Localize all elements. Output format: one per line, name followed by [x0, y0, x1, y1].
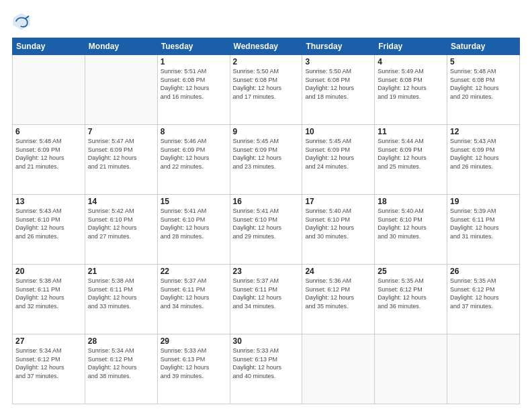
day-number: 30	[233, 336, 300, 346]
week-row-5: 27Sunrise: 5:34 AM Sunset: 6:12 PM Dayli…	[13, 334, 520, 404]
calendar-cell: 16Sunrise: 5:41 AM Sunset: 6:10 PM Dayli…	[230, 195, 302, 265]
day-info: Sunrise: 5:35 AM Sunset: 6:12 PM Dayligh…	[378, 277, 444, 310]
day-info: Sunrise: 5:44 AM Sunset: 6:09 PM Dayligh…	[378, 137, 444, 171]
day-number: 5	[450, 57, 517, 66]
day-number: 3	[305, 57, 371, 66]
day-info: Sunrise: 5:42 AM Sunset: 6:10 PM Dayligh…	[88, 207, 154, 240]
calendar-cell: 24Sunrise: 5:36 AM Sunset: 6:12 PM Dayli…	[302, 265, 375, 334]
day-number: 14	[88, 197, 154, 206]
day-info: Sunrise: 5:43 AM Sunset: 6:09 PM Dayligh…	[450, 137, 517, 171]
weekday-header-friday: Friday	[375, 38, 447, 55]
day-info: Sunrise: 5:43 AM Sunset: 6:10 PM Dayligh…	[15, 207, 82, 240]
day-info: Sunrise: 5:51 AM Sunset: 6:08 PM Dayligh…	[161, 67, 227, 101]
calendar-cell: 9Sunrise: 5:45 AM Sunset: 6:09 PM Daylig…	[230, 125, 302, 195]
weekday-header-saturday: Saturday	[447, 38, 520, 55]
calendar-cell: 3Sunrise: 5:50 AM Sunset: 6:08 PM Daylig…	[302, 55, 375, 125]
day-number: 11	[378, 127, 444, 136]
day-number: 12	[450, 127, 517, 136]
weekday-header-row: SundayMondayTuesdayWednesdayThursdayFrid…	[13, 38, 520, 55]
calendar-cell: 23Sunrise: 5:37 AM Sunset: 6:11 PM Dayli…	[230, 265, 302, 334]
day-number: 4	[378, 57, 444, 66]
calendar-cell: 22Sunrise: 5:37 AM Sunset: 6:11 PM Dayli…	[157, 265, 230, 334]
day-info: Sunrise: 5:50 AM Sunset: 6:08 PM Dayligh…	[305, 67, 371, 101]
day-number: 6	[15, 127, 82, 136]
calendar-cell: 10Sunrise: 5:45 AM Sunset: 6:09 PM Dayli…	[302, 125, 375, 195]
weekday-header-monday: Monday	[85, 38, 157, 55]
calendar-cell: 2Sunrise: 5:50 AM Sunset: 6:08 PM Daylig…	[230, 55, 302, 125]
calendar-cell: 12Sunrise: 5:43 AM Sunset: 6:09 PM Dayli…	[447, 125, 520, 195]
day-number: 27	[15, 336, 82, 346]
calendar-cell: 18Sunrise: 5:40 AM Sunset: 6:10 PM Dayli…	[375, 195, 447, 265]
calendar-cell: 8Sunrise: 5:46 AM Sunset: 6:09 PM Daylig…	[157, 125, 230, 195]
calendar-cell: 29Sunrise: 5:33 AM Sunset: 6:13 PM Dayli…	[157, 334, 230, 404]
calendar-cell: 6Sunrise: 5:48 AM Sunset: 6:09 PM Daylig…	[13, 125, 85, 195]
day-number: 13	[15, 197, 82, 206]
calendar-cell: 28Sunrise: 5:34 AM Sunset: 6:12 PM Dayli…	[85, 334, 157, 404]
calendar-cell: 27Sunrise: 5:34 AM Sunset: 6:12 PM Dayli…	[13, 334, 85, 404]
calendar-cell: 25Sunrise: 5:35 AM Sunset: 6:12 PM Dayli…	[375, 265, 447, 334]
day-info: Sunrise: 5:33 AM Sunset: 6:13 PM Dayligh…	[233, 347, 300, 380]
calendar-cell: 14Sunrise: 5:42 AM Sunset: 6:10 PM Dayli…	[85, 195, 157, 265]
calendar-cell	[447, 334, 520, 404]
week-row-1: 1Sunrise: 5:51 AM Sunset: 6:08 PM Daylig…	[13, 55, 520, 125]
day-number: 19	[450, 197, 517, 206]
day-info: Sunrise: 5:41 AM Sunset: 6:10 PM Dayligh…	[233, 207, 300, 240]
day-number: 10	[305, 127, 371, 136]
day-info: Sunrise: 5:48 AM Sunset: 6:09 PM Dayligh…	[15, 137, 82, 171]
day-info: Sunrise: 5:34 AM Sunset: 6:12 PM Dayligh…	[15, 347, 82, 380]
day-info: Sunrise: 5:46 AM Sunset: 6:09 PM Dayligh…	[161, 137, 227, 171]
logo-icon	[12, 12, 31, 31]
day-info: Sunrise: 5:45 AM Sunset: 6:09 PM Dayligh…	[233, 137, 300, 171]
day-number: 21	[88, 267, 154, 276]
day-number: 15	[161, 197, 227, 206]
day-number: 1	[161, 57, 227, 66]
calendar-cell: 20Sunrise: 5:38 AM Sunset: 6:11 PM Dayli…	[13, 265, 85, 334]
calendar-table: SundayMondayTuesdayWednesdayThursdayFrid…	[12, 38, 520, 404]
day-number: 17	[305, 197, 371, 206]
week-row-2: 6Sunrise: 5:48 AM Sunset: 6:09 PM Daylig…	[13, 125, 520, 195]
day-number: 28	[88, 336, 154, 346]
day-number: 7	[88, 127, 154, 136]
day-info: Sunrise: 5:40 AM Sunset: 6:10 PM Dayligh…	[378, 207, 444, 240]
day-info: Sunrise: 5:47 AM Sunset: 6:09 PM Dayligh…	[88, 137, 154, 171]
calendar-cell: 26Sunrise: 5:35 AM Sunset: 6:12 PM Dayli…	[447, 265, 520, 334]
day-info: Sunrise: 5:45 AM Sunset: 6:09 PM Dayligh…	[305, 137, 371, 171]
calendar-cell: 13Sunrise: 5:43 AM Sunset: 6:10 PM Dayli…	[13, 195, 85, 265]
calendar-cell: 11Sunrise: 5:44 AM Sunset: 6:09 PM Dayli…	[375, 125, 447, 195]
day-number: 18	[378, 197, 444, 206]
calendar-cell: 7Sunrise: 5:47 AM Sunset: 6:09 PM Daylig…	[85, 125, 157, 195]
calendar-cell	[13, 55, 85, 125]
day-info: Sunrise: 5:37 AM Sunset: 6:11 PM Dayligh…	[161, 277, 227, 310]
calendar-cell: 1Sunrise: 5:51 AM Sunset: 6:08 PM Daylig…	[157, 55, 230, 125]
calendar-cell	[85, 55, 157, 125]
week-row-4: 20Sunrise: 5:38 AM Sunset: 6:11 PM Dayli…	[13, 265, 520, 334]
day-info: Sunrise: 5:40 AM Sunset: 6:10 PM Dayligh…	[305, 207, 371, 240]
weekday-header-sunday: Sunday	[13, 38, 85, 55]
calendar-cell: 5Sunrise: 5:48 AM Sunset: 6:08 PM Daylig…	[447, 55, 520, 125]
weekday-header-thursday: Thursday	[302, 38, 375, 55]
calendar-cell: 19Sunrise: 5:39 AM Sunset: 6:11 PM Dayli…	[447, 195, 520, 265]
day-info: Sunrise: 5:48 AM Sunset: 6:08 PM Dayligh…	[450, 67, 517, 101]
day-info: Sunrise: 5:33 AM Sunset: 6:13 PM Dayligh…	[161, 347, 227, 380]
day-number: 29	[161, 336, 227, 346]
day-number: 8	[161, 127, 227, 136]
header	[12, 12, 520, 31]
calendar-cell: 17Sunrise: 5:40 AM Sunset: 6:10 PM Dayli…	[302, 195, 375, 265]
day-number: 23	[233, 267, 300, 276]
calendar-cell	[302, 334, 375, 404]
calendar-cell: 15Sunrise: 5:41 AM Sunset: 6:10 PM Dayli…	[157, 195, 230, 265]
calendar-cell: 4Sunrise: 5:49 AM Sunset: 6:08 PM Daylig…	[375, 55, 447, 125]
week-row-3: 13Sunrise: 5:43 AM Sunset: 6:10 PM Dayli…	[13, 195, 520, 265]
day-info: Sunrise: 5:41 AM Sunset: 6:10 PM Dayligh…	[161, 207, 227, 240]
logo	[12, 12, 34, 31]
day-number: 24	[305, 267, 371, 276]
calendar-cell: 21Sunrise: 5:38 AM Sunset: 6:11 PM Dayli…	[85, 265, 157, 334]
day-info: Sunrise: 5:38 AM Sunset: 6:11 PM Dayligh…	[88, 277, 154, 310]
weekday-header-tuesday: Tuesday	[157, 38, 230, 55]
calendar-cell	[375, 334, 447, 404]
day-number: 2	[233, 57, 300, 66]
day-number: 25	[378, 267, 444, 276]
day-info: Sunrise: 5:50 AM Sunset: 6:08 PM Dayligh…	[233, 67, 300, 101]
day-info: Sunrise: 5:49 AM Sunset: 6:08 PM Dayligh…	[378, 67, 444, 101]
day-number: 22	[161, 267, 227, 276]
